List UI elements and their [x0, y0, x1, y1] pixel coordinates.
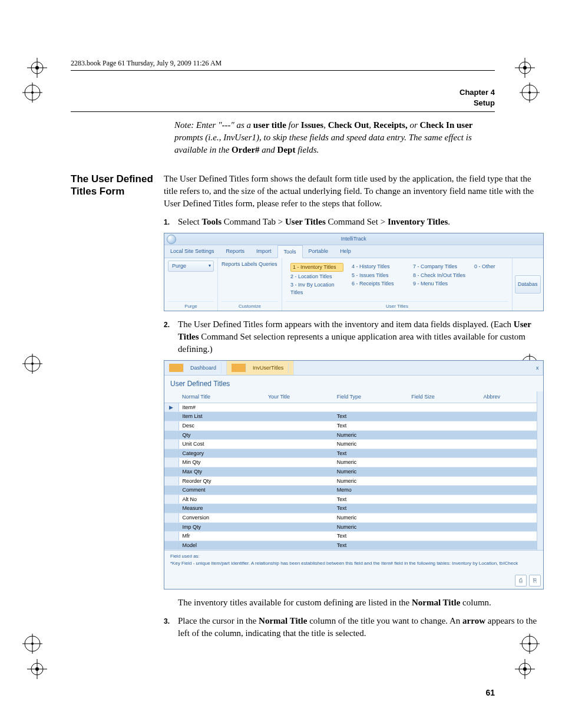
- link-receipts-titles[interactable]: 6 - Receipts Titles: [352, 280, 405, 288]
- cell[interactable]: [480, 476, 536, 486]
- cell[interactable]: [408, 532, 480, 541]
- cell[interactable]: Text: [333, 532, 408, 541]
- cell[interactable]: [480, 412, 536, 421]
- cell[interactable]: [480, 403, 536, 412]
- cell[interactable]: Numeric: [333, 458, 408, 467]
- cell[interactable]: Numeric: [333, 513, 408, 522]
- row-selector-icon[interactable]: [164, 541, 178, 550]
- table-row[interactable]: MeasureText: [164, 504, 537, 513]
- table-row[interactable]: ModelText: [164, 541, 537, 550]
- tab-dashboard[interactable]: Dashboard: [164, 361, 227, 375]
- cell[interactable]: [408, 467, 480, 476]
- row-selector-icon[interactable]: [164, 486, 178, 495]
- col-your-title[interactable]: Your Title: [265, 391, 333, 403]
- cell[interactable]: [408, 504, 480, 513]
- table-row[interactable]: Unit CostNumeric: [164, 440, 537, 449]
- cell[interactable]: Comment: [178, 486, 265, 495]
- col-normal-title[interactable]: Normal Title: [178, 391, 265, 403]
- table-row[interactable]: Alt NoText: [164, 495, 537, 504]
- cell[interactable]: [480, 522, 536, 532]
- cell[interactable]: Desc: [178, 421, 265, 431]
- table-row[interactable]: QtyNumeric: [164, 430, 537, 440]
- cell[interactable]: [480, 458, 536, 467]
- cell[interactable]: Unit Cost: [178, 440, 265, 449]
- database-button[interactable]: Databas: [515, 275, 541, 294]
- cell[interactable]: [408, 495, 480, 504]
- cell[interactable]: [265, 440, 333, 449]
- tab-import[interactable]: Import: [250, 245, 277, 258]
- cell[interactable]: Reorder Qty: [178, 476, 265, 486]
- cell[interactable]: [408, 513, 480, 522]
- table-row[interactable]: Item ListText: [164, 412, 537, 421]
- row-selector-icon[interactable]: [164, 430, 178, 440]
- row-selector-icon[interactable]: [164, 495, 178, 504]
- cell[interactable]: [265, 495, 333, 504]
- row-selector-icon[interactable]: [164, 458, 178, 467]
- cell[interactable]: [265, 458, 333, 467]
- cell[interactable]: [408, 541, 480, 550]
- customize-links[interactable]: Reports Labels Queries: [222, 261, 278, 268]
- cell[interactable]: [265, 522, 333, 532]
- cell[interactable]: [480, 449, 536, 458]
- link-checkinout-titles[interactable]: 8 - Check In/Out Titles: [413, 272, 466, 279]
- table-row[interactable]: ▶Item#: [164, 403, 537, 412]
- tab-close-icon[interactable]: x: [533, 361, 543, 375]
- col-field-type[interactable]: Field Type: [333, 391, 408, 403]
- purge-dropdown[interactable]: Purge: [168, 261, 214, 272]
- cell[interactable]: [408, 476, 480, 486]
- cell[interactable]: [408, 458, 480, 467]
- cell[interactable]: Min Qty: [178, 458, 265, 467]
- cell[interactable]: Text: [333, 449, 408, 458]
- table-row[interactable]: Reorder QtyNumeric: [164, 476, 537, 486]
- cell[interactable]: [265, 421, 333, 431]
- cell[interactable]: [480, 430, 536, 440]
- link-other-titles[interactable]: 0 - Other: [474, 263, 504, 271]
- cell[interactable]: Numeric: [333, 476, 408, 486]
- table-row[interactable]: Max QtyNumeric: [164, 467, 537, 476]
- cell[interactable]: Category: [178, 449, 265, 458]
- cell[interactable]: Numeric: [333, 522, 408, 532]
- cell[interactable]: Mfr: [178, 532, 265, 541]
- cell[interactable]: Numeric: [333, 430, 408, 440]
- cell[interactable]: [265, 541, 333, 550]
- col-field-size[interactable]: Field Size: [408, 391, 480, 403]
- col-abbrev[interactable]: Abbrev: [480, 391, 536, 403]
- cell[interactable]: [265, 476, 333, 486]
- vertical-scrollbar[interactable]: [537, 391, 543, 550]
- tab-local-site-settings[interactable]: Local Site Settings: [164, 245, 220, 258]
- link-location-titles[interactable]: 2 - Location Titles: [290, 273, 343, 281]
- row-selector-icon[interactable]: [164, 412, 178, 421]
- cell[interactable]: Measure: [178, 504, 265, 513]
- cell[interactable]: Text: [333, 504, 408, 513]
- tab-help[interactable]: Help: [334, 245, 357, 258]
- cell[interactable]: [480, 495, 536, 504]
- cell[interactable]: [480, 440, 536, 449]
- app-orb-icon[interactable]: [167, 235, 176, 244]
- cell[interactable]: [408, 449, 480, 458]
- cell[interactable]: [265, 449, 333, 458]
- row-selector-icon[interactable]: [164, 421, 178, 431]
- cell[interactable]: [265, 467, 333, 476]
- exit-button[interactable]: ⎘: [529, 575, 541, 587]
- cell[interactable]: Model: [178, 541, 265, 550]
- cell[interactable]: [408, 421, 480, 431]
- row-selector-icon[interactable]: [164, 504, 178, 513]
- cell[interactable]: [480, 504, 536, 513]
- row-selector-icon[interactable]: [164, 513, 178, 522]
- table-row[interactable]: DescText: [164, 421, 537, 431]
- cell[interactable]: [265, 486, 333, 495]
- table-row[interactable]: CategoryText: [164, 449, 537, 458]
- cell[interactable]: Qty: [178, 430, 265, 440]
- cell[interactable]: [408, 412, 480, 421]
- cell[interactable]: Text: [333, 541, 408, 550]
- row-selector-icon[interactable]: [164, 440, 178, 449]
- table-row[interactable]: Imp QtyNumeric: [164, 522, 537, 532]
- cell[interactable]: Text: [333, 495, 408, 504]
- cell[interactable]: [265, 513, 333, 522]
- tab-invusertitles[interactable]: InvUserTitles: [227, 361, 294, 375]
- cell[interactable]: Item#: [178, 403, 265, 412]
- cell[interactable]: [265, 430, 333, 440]
- link-inventory-titles[interactable]: 1 - Inventory Titles: [290, 263, 343, 272]
- row-selector-icon[interactable]: [164, 449, 178, 458]
- cell[interactable]: [408, 440, 480, 449]
